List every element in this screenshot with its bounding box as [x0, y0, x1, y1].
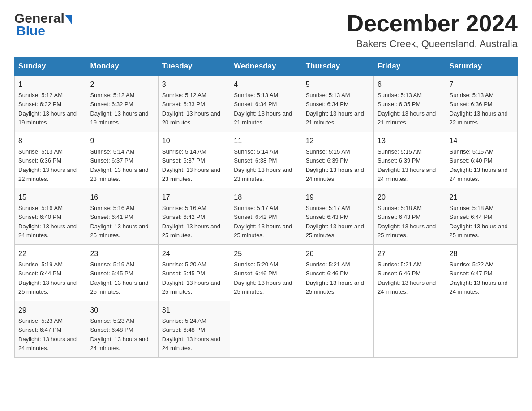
- day-info: Sunrise: 5:15 AMSunset: 6:39 PMDaylight:…: [306, 148, 364, 182]
- day-number: 27: [378, 248, 442, 259]
- header-tuesday: Tuesday: [158, 57, 230, 76]
- calendar-week-row: 8Sunrise: 5:13 AMSunset: 6:36 PMDaylight…: [15, 132, 518, 188]
- calendar-cell: 28Sunrise: 5:22 AMSunset: 6:47 PMDayligh…: [446, 245, 517, 301]
- calendar-cell: 5Sunrise: 5:13 AMSunset: 6:34 PMDaylight…: [302, 76, 373, 132]
- day-number: 11: [234, 136, 298, 146]
- calendar-cell: [230, 301, 302, 358]
- day-number: 22: [18, 248, 82, 259]
- day-info: Sunrise: 5:21 AMSunset: 6:46 PMDaylight:…: [306, 261, 364, 295]
- day-number: 29: [18, 305, 82, 316]
- calendar-week-row: 15Sunrise: 5:16 AMSunset: 6:40 PMDayligh…: [15, 188, 518, 245]
- day-number: 2: [90, 79, 154, 90]
- day-info: Sunrise: 5:14 AMSunset: 6:38 PMDaylight:…: [234, 148, 292, 182]
- day-info: Sunrise: 5:24 AMSunset: 6:48 PMDaylight:…: [162, 317, 220, 351]
- day-number: 17: [162, 192, 226, 203]
- calendar-cell: 27Sunrise: 5:21 AMSunset: 6:46 PMDayligh…: [374, 245, 446, 301]
- day-info: Sunrise: 5:13 AMSunset: 6:36 PMDaylight:…: [18, 148, 77, 182]
- calendar-cell: 23Sunrise: 5:19 AMSunset: 6:45 PMDayligh…: [86, 245, 158, 301]
- day-number: 16: [90, 192, 154, 203]
- logo: General Blue: [14, 11, 72, 39]
- day-info: Sunrise: 5:17 AMSunset: 6:42 PMDaylight:…: [234, 205, 292, 239]
- page-header: General Blue December 2024 Bakers Creek,…: [14, 11, 518, 50]
- day-number: 24: [162, 248, 226, 259]
- calendar-cell: 26Sunrise: 5:21 AMSunset: 6:46 PMDayligh…: [302, 245, 373, 301]
- calendar-cell: 3Sunrise: 5:12 AMSunset: 6:33 PMDaylight…: [158, 76, 230, 132]
- calendar-cell: [374, 301, 446, 358]
- day-info: Sunrise: 5:16 AMSunset: 6:42 PMDaylight:…: [162, 205, 220, 239]
- calendar-cell: 10Sunrise: 5:14 AMSunset: 6:37 PMDayligh…: [158, 132, 230, 188]
- day-info: Sunrise: 5:18 AMSunset: 6:44 PMDaylight:…: [450, 205, 508, 239]
- calendar-cell: 7Sunrise: 5:13 AMSunset: 6:36 PMDaylight…: [446, 76, 517, 132]
- day-number: 19: [306, 192, 370, 203]
- day-number: 30: [90, 305, 154, 316]
- day-number: 20: [378, 192, 442, 203]
- day-number: 12: [306, 136, 370, 146]
- day-info: Sunrise: 5:12 AMSunset: 6:33 PMDaylight:…: [162, 92, 220, 126]
- day-info: Sunrise: 5:19 AMSunset: 6:44 PMDaylight:…: [18, 261, 77, 295]
- location-subtitle: Bakers Creek, Queensland, Australia: [347, 38, 518, 50]
- calendar-cell: 31Sunrise: 5:24 AMSunset: 6:48 PMDayligh…: [158, 301, 230, 358]
- month-title: December 2024: [347, 11, 518, 36]
- header-saturday: Saturday: [446, 57, 517, 76]
- calendar-cell: 20Sunrise: 5:18 AMSunset: 6:43 PMDayligh…: [374, 188, 446, 245]
- calendar-cell: 15Sunrise: 5:16 AMSunset: 6:40 PMDayligh…: [15, 188, 86, 245]
- title-block: December 2024 Bakers Creek, Queensland, …: [347, 11, 518, 50]
- calendar-week-row: 22Sunrise: 5:19 AMSunset: 6:44 PMDayligh…: [15, 245, 518, 301]
- day-info: Sunrise: 5:13 AMSunset: 6:35 PMDaylight:…: [378, 92, 436, 126]
- day-info: Sunrise: 5:16 AMSunset: 6:41 PMDaylight:…: [90, 205, 148, 239]
- header-friday: Friday: [374, 57, 446, 76]
- header-thursday: Thursday: [302, 57, 373, 76]
- calendar-cell: 12Sunrise: 5:15 AMSunset: 6:39 PMDayligh…: [302, 132, 373, 188]
- day-number: 15: [18, 192, 82, 203]
- day-number: 9: [90, 136, 154, 146]
- logo-triangle-icon: [65, 15, 72, 24]
- header-monday: Monday: [86, 57, 158, 76]
- day-number: 7: [450, 79, 514, 90]
- day-number: 4: [234, 79, 298, 90]
- calendar-cell: 17Sunrise: 5:16 AMSunset: 6:42 PMDayligh…: [158, 188, 230, 245]
- calendar-cell: 16Sunrise: 5:16 AMSunset: 6:41 PMDayligh…: [86, 188, 158, 245]
- calendar-cell: 2Sunrise: 5:12 AMSunset: 6:32 PMDaylight…: [86, 76, 158, 132]
- day-info: Sunrise: 5:20 AMSunset: 6:45 PMDaylight:…: [162, 261, 220, 295]
- day-number: 21: [450, 192, 514, 203]
- day-info: Sunrise: 5:19 AMSunset: 6:45 PMDaylight:…: [90, 261, 148, 295]
- calendar-cell: 4Sunrise: 5:13 AMSunset: 6:34 PMDaylight…: [230, 76, 302, 132]
- day-number: 3: [162, 79, 226, 90]
- day-number: 10: [162, 136, 226, 146]
- day-number: 18: [234, 192, 298, 203]
- day-number: 5: [306, 79, 370, 90]
- logo-blue-text: Blue: [14, 23, 45, 39]
- day-info: Sunrise: 5:18 AMSunset: 6:43 PMDaylight:…: [378, 205, 436, 239]
- calendar-cell: 18Sunrise: 5:17 AMSunset: 6:42 PMDayligh…: [230, 188, 302, 245]
- calendar-table: SundayMondayTuesdayWednesdayThursdayFrid…: [14, 57, 518, 358]
- day-info: Sunrise: 5:16 AMSunset: 6:40 PMDaylight:…: [18, 205, 77, 239]
- header-wednesday: Wednesday: [230, 57, 302, 76]
- calendar-cell: 19Sunrise: 5:17 AMSunset: 6:43 PMDayligh…: [302, 188, 373, 245]
- day-info: Sunrise: 5:23 AMSunset: 6:47 PMDaylight:…: [18, 317, 77, 351]
- calendar-cell: 14Sunrise: 5:15 AMSunset: 6:40 PMDayligh…: [446, 132, 517, 188]
- day-info: Sunrise: 5:12 AMSunset: 6:32 PMDaylight:…: [90, 92, 148, 126]
- calendar-cell: 24Sunrise: 5:20 AMSunset: 6:45 PMDayligh…: [158, 245, 230, 301]
- day-info: Sunrise: 5:23 AMSunset: 6:48 PMDaylight:…: [90, 317, 148, 351]
- calendar-cell: 6Sunrise: 5:13 AMSunset: 6:35 PMDaylight…: [374, 76, 446, 132]
- day-number: 6: [378, 79, 442, 90]
- calendar-cell: 22Sunrise: 5:19 AMSunset: 6:44 PMDayligh…: [15, 245, 86, 301]
- calendar-cell: [302, 301, 373, 358]
- calendar-cell: 8Sunrise: 5:13 AMSunset: 6:36 PMDaylight…: [15, 132, 86, 188]
- day-number: 14: [450, 136, 514, 146]
- day-number: 8: [18, 136, 82, 146]
- day-info: Sunrise: 5:21 AMSunset: 6:46 PMDaylight:…: [378, 261, 436, 295]
- calendar-cell: 30Sunrise: 5:23 AMSunset: 6:48 PMDayligh…: [86, 301, 158, 358]
- calendar-header-row: SundayMondayTuesdayWednesdayThursdayFrid…: [15, 57, 518, 76]
- day-number: 1: [18, 79, 82, 90]
- day-number: 26: [306, 248, 370, 259]
- day-info: Sunrise: 5:14 AMSunset: 6:37 PMDaylight:…: [90, 148, 148, 182]
- day-number: 28: [450, 248, 514, 259]
- day-number: 13: [378, 136, 442, 146]
- day-number: 23: [90, 248, 154, 259]
- day-info: Sunrise: 5:12 AMSunset: 6:32 PMDaylight:…: [18, 92, 77, 126]
- calendar-cell: 11Sunrise: 5:14 AMSunset: 6:38 PMDayligh…: [230, 132, 302, 188]
- calendar-cell: [446, 301, 517, 358]
- header-sunday: Sunday: [15, 57, 86, 76]
- calendar-cell: 13Sunrise: 5:15 AMSunset: 6:39 PMDayligh…: [374, 132, 446, 188]
